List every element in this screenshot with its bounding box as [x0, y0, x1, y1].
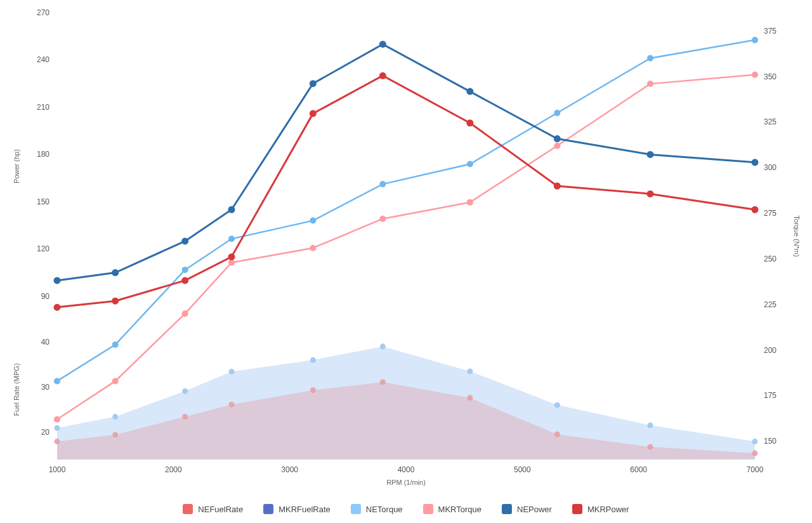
legend-item[interactable]: MKRFuelRate: [263, 504, 331, 514]
torque-point: [752, 37, 758, 43]
engine-chart: 1000200030004000500060007000RPM (1/min)9…: [0, 0, 812, 523]
legend-item[interactable]: MKRTorque: [423, 504, 481, 514]
torque-point: [554, 110, 560, 116]
svg-text:Power (hp): Power (hp): [13, 149, 20, 183]
torque-point: [310, 218, 316, 224]
power-point: [112, 298, 119, 305]
legend-swatch: [263, 504, 273, 514]
power-point: [752, 206, 759, 213]
torque-point: [112, 341, 119, 348]
svg-text:5000: 5000: [514, 465, 531, 474]
fuel-point: [467, 395, 473, 401]
fuel-point: [752, 451, 758, 456]
torque-point: [228, 235, 235, 242]
torque-point: [467, 199, 473, 206]
svg-text:Torque (N*m): Torque (N*m): [793, 215, 801, 256]
torque-point: [182, 267, 188, 273]
svg-text:250: 250: [764, 255, 776, 263]
power-point: [466, 88, 473, 95]
svg-text:275: 275: [764, 209, 776, 218]
power-point: [54, 277, 61, 284]
power-point: [554, 183, 561, 190]
fuel-point: [752, 439, 758, 444]
fuel-point: [554, 432, 560, 437]
torque-point: [112, 378, 119, 384]
svg-text:225: 225: [764, 300, 776, 309]
chart-svg: 1000200030004000500060007000RPM (1/min)9…: [0, 0, 812, 523]
legend-swatch: [183, 504, 193, 514]
torque-point: [554, 143, 560, 149]
legend-swatch: [423, 504, 433, 514]
svg-text:1000: 1000: [49, 465, 66, 474]
svg-text:4000: 4000: [398, 465, 415, 474]
svg-text:40: 40: [41, 338, 50, 347]
legend-item[interactable]: NEPower: [502, 504, 552, 514]
power-point: [752, 159, 759, 166]
legend-label: MKRPower: [587, 505, 629, 514]
torque-point: [54, 416, 60, 423]
torque-point: [182, 310, 188, 317]
torque-point: [752, 72, 758, 78]
svg-text:120: 120: [37, 244, 49, 253]
legend-label: NETorque: [366, 505, 403, 514]
svg-text:90: 90: [41, 292, 50, 301]
power-point: [112, 269, 119, 276]
svg-text:3000: 3000: [281, 465, 298, 474]
legend-swatch: [351, 504, 361, 514]
legend-item[interactable]: MKRPower: [572, 504, 629, 514]
power-point: [379, 72, 386, 79]
svg-text:300: 300: [764, 163, 776, 172]
svg-text:200: 200: [764, 346, 776, 355]
power-point: [466, 119, 473, 126]
torque-point: [310, 245, 316, 251]
legend-swatch: [502, 504, 512, 514]
svg-text:7000: 7000: [747, 465, 764, 474]
svg-text:150: 150: [764, 437, 776, 446]
power-point: [228, 253, 235, 260]
fuel-point: [112, 414, 118, 420]
power-point: [181, 277, 188, 284]
fuel-point: [182, 414, 188, 420]
torque-point: [379, 181, 386, 187]
legend: NEFuelRate MKRFuelRate NETorque MKRTorqu…: [0, 504, 812, 514]
power-point: [54, 304, 61, 311]
svg-text:20: 20: [41, 428, 50, 437]
fuel-point: [55, 439, 60, 444]
fuel-point: [648, 444, 653, 450]
power-line: [57, 44, 755, 281]
legend-item[interactable]: NEFuelRate: [183, 504, 243, 514]
svg-text:325: 325: [764, 117, 776, 126]
fuel-point: [112, 432, 118, 437]
legend-label: MKRTorque: [438, 505, 481, 514]
svg-text:2000: 2000: [165, 465, 182, 474]
fuel-point: [648, 423, 653, 428]
fuel-point: [380, 379, 386, 385]
torque-point: [379, 216, 386, 222]
power-point: [310, 110, 317, 117]
legend-item[interactable]: NETorque: [351, 504, 403, 514]
torque-point: [647, 55, 653, 62]
power-point: [181, 237, 188, 244]
power-point: [647, 151, 654, 158]
torque-line: [57, 40, 755, 381]
svg-text:6000: 6000: [630, 465, 647, 474]
fuel-point: [229, 402, 235, 407]
fuel-point: [310, 357, 316, 363]
power-point: [310, 80, 317, 87]
legend-label: NEPower: [517, 505, 552, 514]
svg-text:350: 350: [764, 72, 776, 81]
svg-text:375: 375: [764, 27, 776, 36]
fuel-point: [467, 368, 473, 374]
svg-text:175: 175: [764, 391, 776, 400]
fuel-point: [310, 387, 316, 393]
power-point: [228, 206, 235, 213]
power-point: [554, 135, 561, 142]
fuel-point: [380, 343, 386, 349]
legend-label: MKRFuelRate: [278, 505, 331, 514]
svg-text:210: 210: [37, 103, 49, 112]
power-point: [647, 190, 654, 197]
fuel-point: [55, 425, 60, 431]
torque-point: [647, 81, 653, 87]
svg-text:150: 150: [37, 197, 49, 206]
svg-text:RPM (1/min): RPM (1/min): [386, 479, 426, 486]
